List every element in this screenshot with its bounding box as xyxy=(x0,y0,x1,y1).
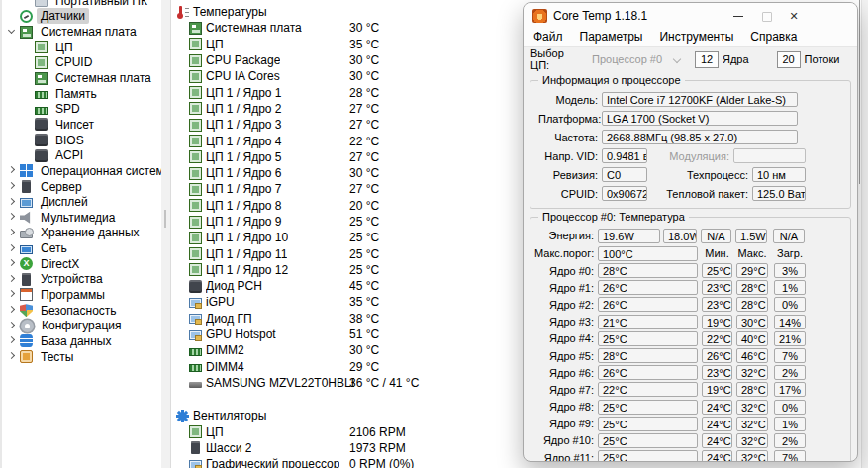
menu-tools[interactable]: Инструменты xyxy=(659,30,733,44)
chevron-icon[interactable] xyxy=(4,25,20,40)
panel-splitter[interactable] xyxy=(161,0,171,468)
tree-item[interactable]: Портативный ПК xyxy=(2,0,163,9)
chevron-icon[interactable] xyxy=(4,195,20,210)
sensor-row[interactable]: ЦП 1 / Ядро 4 22 °C xyxy=(174,133,570,148)
tree-item[interactable]: Сеть xyxy=(2,240,163,256)
tree-item[interactable]: ACPI xyxy=(2,147,163,163)
minimize-icon[interactable] xyxy=(724,6,752,26)
sensor-value: 2106 RPM xyxy=(349,425,406,439)
platform-label: Платформа: xyxy=(538,113,598,125)
tree-item[interactable]: DirectX xyxy=(2,256,163,272)
sensor-row[interactable]: ЦП 1 / Ядро 5 27 °C xyxy=(174,149,570,165)
sensor-row[interactable]: ЦП 1 / Ядро 3 27 °C xyxy=(174,117,570,133)
tree-item[interactable]: Дисплей xyxy=(2,194,163,210)
core-load: 0% xyxy=(774,400,806,415)
sensor-row[interactable]: CPU IA Cores 30 °C xyxy=(174,68,570,84)
cpu-select-dropdown[interactable]: Процессор #0 xyxy=(592,53,683,65)
sensor-label: ЦП xyxy=(206,425,224,439)
sensor-row[interactable]: DIMM2 30 °C xyxy=(174,342,570,358)
tree-item[interactable]: Устройства xyxy=(2,272,163,288)
chevron-icon[interactable] xyxy=(4,333,20,348)
tree-item[interactable]: Программы xyxy=(2,287,163,303)
tree-item[interactable]: Системная плата xyxy=(2,24,163,40)
section-gap xyxy=(174,391,570,408)
sensor-row[interactable]: DIMM4 29 °C xyxy=(174,359,570,375)
sensor-label: ЦП 1 / Ядро 9 xyxy=(206,215,282,229)
tree-item[interactable]: Датчики xyxy=(2,9,163,25)
close-icon[interactable] xyxy=(780,6,808,26)
menu-help[interactable]: Справка xyxy=(750,30,797,44)
tree-item[interactable]: Мультимедиа xyxy=(2,210,163,226)
chevron-icon[interactable] xyxy=(4,210,20,225)
tree-item[interactable]: Безопасность xyxy=(2,303,163,319)
chevron-icon[interactable] xyxy=(19,40,35,54)
tree-item-label: Программы xyxy=(37,287,109,303)
sensor-row[interactable]: Диод ГП 38 °C xyxy=(174,311,570,327)
chevron-icon[interactable] xyxy=(19,102,35,117)
chevron-icon[interactable] xyxy=(4,163,20,178)
chevron-icon[interactable] xyxy=(4,179,20,194)
menu-options[interactable]: Параметры xyxy=(580,30,643,44)
sensor-row[interactable]: ЦП 1 / Ядро 10 25 °C xyxy=(174,230,570,245)
scrollbar-track-edge xyxy=(859,0,860,184)
sensor-row[interactable]: Графический процессор 0 RPM (0%) xyxy=(174,456,570,468)
sensor-row[interactable]: ЦП 1 / Ядро 11 25 °C xyxy=(174,245,570,261)
sensor-row[interactable]: Диод PCH 45 °C xyxy=(174,278,570,294)
tree-item[interactable]: ЦП xyxy=(2,40,163,55)
chevron-icon[interactable] xyxy=(4,349,20,364)
chevron-icon[interactable] xyxy=(4,226,20,240)
tree-item-label: Чипсет xyxy=(51,117,98,133)
chevron-icon[interactable] xyxy=(4,287,20,302)
sensor-row[interactable]: SAMSUNG MZVL22T0HBLB-... 36 °C / 41 °C xyxy=(174,375,570,391)
tree-item[interactable]: Конфигурация xyxy=(2,318,163,333)
chevron-icon[interactable] xyxy=(4,272,20,287)
sensor-row[interactable]: Шасси 2 1973 RPM xyxy=(174,440,570,456)
chevron-icon[interactable] xyxy=(4,319,20,333)
sensor-row[interactable]: ЦП 1 / Ядро 2 27 °C xyxy=(174,101,570,117)
title-bar[interactable]: Core Temp 1.18.1 xyxy=(524,3,857,28)
chevron-icon[interactable] xyxy=(19,55,35,70)
multimedia-icon xyxy=(20,211,33,224)
tree-item[interactable]: Чипсет xyxy=(2,117,163,133)
tree-item[interactable]: SPD xyxy=(2,101,163,117)
sensor-row[interactable]: ЦП 1 / Ядро 12 25 °C xyxy=(174,262,570,278)
tree-item[interactable]: Операционная система xyxy=(2,163,163,179)
chevron-icon[interactable] xyxy=(4,303,20,318)
tree-item[interactable]: Хранение данных xyxy=(2,226,163,241)
sensor-row[interactable]: CPU Package 30 °C xyxy=(174,52,570,68)
sensor-row[interactable]: ЦП 2106 RPM xyxy=(174,423,570,439)
chevron-icon[interactable] xyxy=(4,241,20,256)
tree-item[interactable]: Системная плата xyxy=(2,70,163,86)
tree-item[interactable]: Сервер xyxy=(2,179,163,195)
chevron-icon[interactable] xyxy=(19,148,35,163)
cpuid-label: CPUID: xyxy=(538,188,598,200)
chevron-icon[interactable] xyxy=(19,117,35,132)
sensor-row[interactable]: iGPU 35 °C xyxy=(174,294,570,310)
sensor-row[interactable]: ЦП 1 / Ядро 9 25 °C xyxy=(174,214,570,230)
core-label: Ядро #1: xyxy=(534,282,594,294)
chevron-icon[interactable] xyxy=(4,9,20,24)
server-icon xyxy=(22,180,31,193)
core-current-temp: 25°C xyxy=(598,433,698,448)
chevron-icon[interactable] xyxy=(4,256,20,271)
sensor-row[interactable]: ЦП 1 / Ядро 1 28 °C xyxy=(174,84,570,100)
tree-item[interactable]: Тесты xyxy=(2,349,163,365)
sensor-row[interactable]: ЦП 35 °C xyxy=(174,37,570,52)
tree-item[interactable]: Память xyxy=(2,86,163,102)
chevron-icon[interactable] xyxy=(19,0,35,8)
vertical-scrollbar[interactable] xyxy=(861,0,868,468)
sensor-row[interactable]: Системная плата 30 °C xyxy=(174,20,570,36)
tree-item[interactable]: База данных xyxy=(2,333,163,349)
fans-section-header: Вентиляторы xyxy=(174,408,570,423)
chevron-icon[interactable] xyxy=(19,86,35,101)
chevron-icon[interactable] xyxy=(19,71,35,86)
sensor-row[interactable]: ЦП 1 / Ядро 8 20 °C xyxy=(174,198,570,214)
tree-item[interactable]: CPUID xyxy=(2,55,163,71)
core-load: 0% xyxy=(774,297,806,312)
sensor-row[interactable]: ЦП 1 / Ядро 7 27 °C xyxy=(174,181,570,197)
chevron-icon[interactable] xyxy=(19,133,35,147)
menu-file[interactable]: Файл xyxy=(533,30,563,44)
sensor-row[interactable]: GPU Hotspot 51 °C xyxy=(174,327,570,342)
sensor-row[interactable]: ЦП 1 / Ядро 6 30 °C xyxy=(174,165,570,181)
tree-item[interactable]: BIOS xyxy=(2,133,163,148)
